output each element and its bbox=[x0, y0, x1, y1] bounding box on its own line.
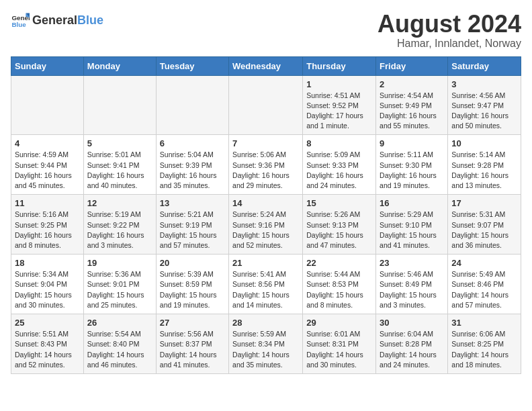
day-number: 4 bbox=[15, 138, 80, 148]
day-info: Sunrise: 6:06 AM Sunset: 8:25 PM Dayligh… bbox=[451, 329, 517, 370]
day-info: Sunrise: 5:36 AM Sunset: 9:01 PM Dayligh… bbox=[87, 269, 152, 310]
calendar-cell: 7Sunrise: 5:06 AM Sunset: 9:36 PM Daylig… bbox=[229, 135, 303, 195]
calendar-cell: 19Sunrise: 5:36 AM Sunset: 9:01 PM Dayli… bbox=[83, 255, 156, 314]
day-number: 24 bbox=[451, 258, 517, 268]
calendar-cell: 20Sunrise: 5:39 AM Sunset: 8:59 PM Dayli… bbox=[156, 255, 228, 314]
day-info: Sunrise: 5:59 AM Sunset: 8:34 PM Dayligh… bbox=[232, 329, 299, 370]
day-info: Sunrise: 4:54 AM Sunset: 9:49 PM Dayligh… bbox=[380, 91, 444, 132]
day-number: 31 bbox=[451, 318, 517, 328]
day-info: Sunrise: 5:01 AM Sunset: 9:41 PM Dayligh… bbox=[87, 150, 152, 191]
day-info: Sunrise: 6:04 AM Sunset: 8:28 PM Dayligh… bbox=[380, 329, 444, 370]
day-info: Sunrise: 5:19 AM Sunset: 9:22 PM Dayligh… bbox=[87, 210, 152, 250]
day-info: Sunrise: 5:29 AM Sunset: 9:10 PM Dayligh… bbox=[380, 210, 444, 250]
calendar-table: SundayMondayTuesdayWednesdayThursdayFrid… bbox=[11, 56, 521, 374]
calendar-cell: 15Sunrise: 5:26 AM Sunset: 9:13 PM Dayli… bbox=[303, 195, 376, 255]
calendar-cell: 11Sunrise: 5:16 AM Sunset: 9:25 PM Dayli… bbox=[11, 195, 84, 255]
day-number: 7 bbox=[232, 138, 299, 148]
day-number: 17 bbox=[451, 198, 517, 208]
day-number: 3 bbox=[451, 79, 517, 89]
day-info: Sunrise: 5:54 AM Sunset: 8:40 PM Dayligh… bbox=[87, 329, 152, 370]
calendar-cell: 5Sunrise: 5:01 AM Sunset: 9:41 PM Daylig… bbox=[83, 135, 156, 195]
day-info: Sunrise: 5:26 AM Sunset: 9:13 PM Dayligh… bbox=[306, 210, 372, 250]
day-info: Sunrise: 5:34 AM Sunset: 9:04 PM Dayligh… bbox=[15, 269, 80, 310]
logo-icon: General Blue bbox=[11, 11, 30, 30]
calendar-cell: 9Sunrise: 5:11 AM Sunset: 9:30 PM Daylig… bbox=[376, 135, 448, 195]
weekday-header: Thursday bbox=[303, 56, 376, 75]
day-number: 23 bbox=[380, 258, 444, 268]
calendar-cell: 27Sunrise: 5:56 AM Sunset: 8:37 PM Dayli… bbox=[156, 314, 228, 374]
page-header: General Blue GeneralBlue August 2024 Ham… bbox=[11, 11, 521, 50]
day-number: 29 bbox=[306, 318, 372, 328]
calendar-cell: 8Sunrise: 5:09 AM Sunset: 9:33 PM Daylig… bbox=[303, 135, 376, 195]
day-number: 12 bbox=[87, 198, 152, 208]
weekday-header: Tuesday bbox=[156, 56, 228, 75]
day-info: Sunrise: 5:49 AM Sunset: 8:46 PM Dayligh… bbox=[451, 269, 517, 310]
day-info: Sunrise: 5:46 AM Sunset: 8:49 PM Dayligh… bbox=[380, 269, 444, 310]
day-info: Sunrise: 5:06 AM Sunset: 9:36 PM Dayligh… bbox=[232, 150, 299, 191]
calendar-cell: 6Sunrise: 5:04 AM Sunset: 9:39 PM Daylig… bbox=[156, 135, 228, 195]
day-number: 6 bbox=[160, 138, 225, 148]
day-info: Sunrise: 5:11 AM Sunset: 9:30 PM Dayligh… bbox=[380, 150, 444, 191]
day-info: Sunrise: 4:59 AM Sunset: 9:44 PM Dayligh… bbox=[15, 150, 80, 191]
day-number: 2 bbox=[380, 79, 444, 89]
calendar-cell: 26Sunrise: 5:54 AM Sunset: 8:40 PM Dayli… bbox=[83, 314, 156, 374]
day-info: Sunrise: 5:21 AM Sunset: 9:19 PM Dayligh… bbox=[160, 210, 225, 250]
day-number: 13 bbox=[160, 198, 225, 208]
day-info: Sunrise: 5:09 AM Sunset: 9:33 PM Dayligh… bbox=[306, 150, 372, 191]
calendar-cell: 3Sunrise: 4:56 AM Sunset: 9:47 PM Daylig… bbox=[448, 75, 521, 135]
calendar-cell: 4Sunrise: 4:59 AM Sunset: 9:44 PM Daylig… bbox=[11, 135, 84, 195]
day-number: 1 bbox=[306, 79, 372, 89]
calendar-cell: 17Sunrise: 5:31 AM Sunset: 9:07 PM Dayli… bbox=[448, 195, 521, 255]
day-info: Sunrise: 5:04 AM Sunset: 9:39 PM Dayligh… bbox=[160, 150, 225, 191]
day-number: 19 bbox=[87, 258, 152, 268]
calendar-cell: 24Sunrise: 5:49 AM Sunset: 8:46 PM Dayli… bbox=[448, 255, 521, 314]
weekday-header: Monday bbox=[83, 56, 156, 75]
calendar-cell: 18Sunrise: 5:34 AM Sunset: 9:04 PM Dayli… bbox=[11, 255, 84, 314]
day-number: 21 bbox=[232, 258, 299, 268]
day-info: Sunrise: 5:16 AM Sunset: 9:25 PM Dayligh… bbox=[15, 210, 80, 250]
day-info: Sunrise: 5:51 AM Sunset: 8:43 PM Dayligh… bbox=[15, 329, 80, 370]
month-year-title: August 2024 bbox=[378, 11, 521, 38]
calendar-cell: 10Sunrise: 5:14 AM Sunset: 9:28 PM Dayli… bbox=[448, 135, 521, 195]
day-info: Sunrise: 5:39 AM Sunset: 8:59 PM Dayligh… bbox=[160, 269, 225, 310]
day-number: 10 bbox=[451, 138, 517, 148]
calendar-cell: 30Sunrise: 6:04 AM Sunset: 8:28 PM Dayli… bbox=[376, 314, 448, 374]
day-info: Sunrise: 6:01 AM Sunset: 8:31 PM Dayligh… bbox=[306, 329, 372, 370]
day-number: 22 bbox=[306, 258, 372, 268]
day-info: Sunrise: 5:41 AM Sunset: 8:56 PM Dayligh… bbox=[232, 269, 299, 310]
day-number: 16 bbox=[380, 198, 444, 208]
location-subtitle: Hamar, Innlandet, Norway bbox=[378, 38, 521, 50]
day-info: Sunrise: 5:44 AM Sunset: 8:53 PM Dayligh… bbox=[306, 269, 372, 310]
day-number: 15 bbox=[306, 198, 372, 208]
calendar-cell: 1Sunrise: 4:51 AM Sunset: 9:52 PM Daylig… bbox=[303, 75, 376, 135]
calendar-cell bbox=[83, 75, 156, 135]
svg-text:Blue: Blue bbox=[11, 21, 26, 28]
weekday-row: SundayMondayTuesdayWednesdayThursdayFrid… bbox=[11, 56, 521, 75]
logo-blue-text: Blue bbox=[77, 13, 103, 28]
day-number: 11 bbox=[15, 198, 80, 208]
calendar-cell: 29Sunrise: 6:01 AM Sunset: 8:31 PM Dayli… bbox=[303, 314, 376, 374]
calendar-cell: 21Sunrise: 5:41 AM Sunset: 8:56 PM Dayli… bbox=[229, 255, 303, 314]
day-number: 20 bbox=[160, 258, 225, 268]
calendar-cell: 13Sunrise: 5:21 AM Sunset: 9:19 PM Dayli… bbox=[156, 195, 228, 255]
calendar-week-row: 18Sunrise: 5:34 AM Sunset: 9:04 PM Dayli… bbox=[11, 255, 521, 314]
day-info: Sunrise: 5:56 AM Sunset: 8:37 PM Dayligh… bbox=[160, 329, 225, 370]
day-info: Sunrise: 5:31 AM Sunset: 9:07 PM Dayligh… bbox=[451, 210, 517, 250]
calendar-cell bbox=[229, 75, 303, 135]
calendar-cell: 12Sunrise: 5:19 AM Sunset: 9:22 PM Dayli… bbox=[83, 195, 156, 255]
day-info: Sunrise: 4:56 AM Sunset: 9:47 PM Dayligh… bbox=[451, 91, 517, 132]
calendar-cell: 25Sunrise: 5:51 AM Sunset: 8:43 PM Dayli… bbox=[11, 314, 84, 374]
weekday-header: Sunday bbox=[11, 56, 84, 75]
calendar-cell: 22Sunrise: 5:44 AM Sunset: 8:53 PM Dayli… bbox=[303, 255, 376, 314]
weekday-header: Saturday bbox=[448, 56, 521, 75]
calendar-cell: 16Sunrise: 5:29 AM Sunset: 9:10 PM Dayli… bbox=[376, 195, 448, 255]
weekday-header: Friday bbox=[376, 56, 448, 75]
calendar-cell: 31Sunrise: 6:06 AM Sunset: 8:25 PM Dayli… bbox=[448, 314, 521, 374]
day-number: 26 bbox=[87, 318, 152, 328]
day-number: 5 bbox=[87, 138, 152, 148]
day-info: Sunrise: 5:14 AM Sunset: 9:28 PM Dayligh… bbox=[451, 150, 517, 191]
calendar-cell: 14Sunrise: 5:24 AM Sunset: 9:16 PM Dayli… bbox=[229, 195, 303, 255]
day-number: 9 bbox=[380, 138, 444, 148]
day-number: 25 bbox=[15, 318, 80, 328]
title-block: August 2024 Hamar, Innlandet, Norway bbox=[378, 11, 521, 50]
